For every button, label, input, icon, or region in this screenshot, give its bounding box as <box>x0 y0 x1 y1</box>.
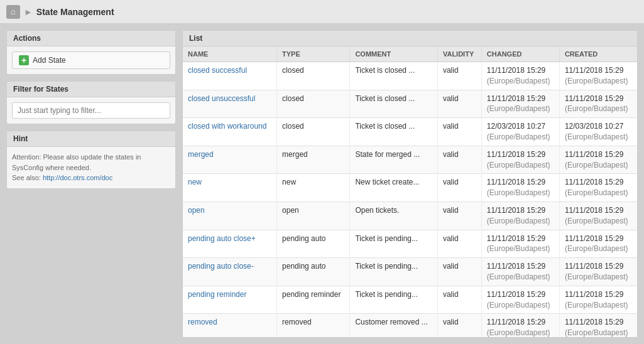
hint-body: Attention: Please also update the states… <box>7 147 175 188</box>
add-state-button[interactable]: + Add State <box>12 51 170 69</box>
row-validity: valid <box>437 314 481 337</box>
col-type: TYPE <box>277 46 350 62</box>
row-type: open <box>277 202 350 230</box>
row-changed: 11/11/2018 15:29 (Europe/Budapest) <box>481 146 559 174</box>
row-comment: Ticket is pending... <box>350 230 438 258</box>
filter-title: Filter for States <box>7 82 175 97</box>
row-comment: Ticket is pending... <box>350 286 438 314</box>
hint-section: Hint Attention: Please also update the s… <box>6 131 176 189</box>
col-created: CREATED <box>559 46 637 62</box>
row-changed: 11/11/2018 15:29 (Europe/Budapest) <box>481 202 559 230</box>
row-created: 12/03/2018 10:27 (Europe/Budapest) <box>559 118 637 146</box>
col-comment: COMMENT <box>350 46 438 62</box>
filter-input[interactable] <box>12 102 170 119</box>
row-type: pending reminder <box>277 286 350 314</box>
row-type: closed <box>277 90 350 118</box>
row-changed: 11/11/2018 15:29 (Europe/Budapest) <box>481 286 559 314</box>
states-table: NAME TYPE COMMENT VALIDITY CHANGED CREAT… <box>183 46 637 337</box>
row-type: new <box>277 174 350 202</box>
row-comment: State for merged ... <box>350 146 438 174</box>
row-comment: Ticket is closed ... <box>350 90 438 118</box>
row-comment: Ticket is closed ... <box>350 62 438 90</box>
actions-body: + Add State <box>7 46 175 74</box>
row-validity: valid <box>437 174 481 202</box>
row-created: 11/11/2018 15:29 (Europe/Budapest) <box>559 62 637 90</box>
row-validity: valid <box>437 258 481 286</box>
main-content: List NAME TYPE COMMENT VALIDITY CHANGED … <box>182 30 638 338</box>
row-comment: Ticket is closed ... <box>350 118 438 146</box>
row-validity: valid <box>437 230 481 258</box>
row-name[interactable]: closed unsuccessful <box>183 90 277 118</box>
table-row: closed with workaround closed Ticket is … <box>183 118 637 146</box>
hint-see-also: See also: <box>12 174 41 181</box>
row-created: 11/11/2018 15:29 (Europe/Budapest) <box>559 202 637 230</box>
row-created: 11/11/2018 15:29 (Europe/Budapest) <box>559 90 637 118</box>
row-validity: valid <box>437 62 481 90</box>
row-name[interactable]: open <box>183 202 277 230</box>
row-name[interactable]: pending auto close+ <box>183 230 277 258</box>
row-type: merged <box>277 146 350 174</box>
row-name[interactable]: pending auto close- <box>183 258 277 286</box>
row-created: 11/11/2018 15:29 (Europe/Budapest) <box>559 258 637 286</box>
row-changed: 11/11/2018 15:29 (Europe/Budapest) <box>481 174 559 202</box>
actions-title: Actions <box>7 31 175 46</box>
hint-title: Hint <box>7 131 175 147</box>
table-row: merged merged State for merged ... valid… <box>183 146 637 174</box>
add-state-label: Add State <box>33 56 66 65</box>
topbar: ⌂ ► State Management <box>0 0 644 24</box>
page-title: State Management <box>36 7 114 17</box>
row-name[interactable]: closed with workaround <box>183 118 277 146</box>
row-comment: Open tickets. <box>350 202 438 230</box>
row-type: removed <box>277 314 350 337</box>
sidebar: Actions + Add State Filter for States Hi… <box>6 30 176 338</box>
table-row: new new New ticket create... valid 11/11… <box>183 174 637 202</box>
row-validity: valid <box>437 90 481 118</box>
row-changed: 11/11/2018 15:29 (Europe/Budapest) <box>481 314 559 337</box>
filter-section: Filter for States <box>6 81 176 124</box>
row-created: 11/11/2018 15:29 (Europe/Budapest) <box>559 286 637 314</box>
row-changed: 11/11/2018 15:29 (Europe/Budapest) <box>481 258 559 286</box>
table-row: pending auto close- pending auto Ticket … <box>183 258 637 286</box>
row-type: closed <box>277 118 350 146</box>
row-comment: New ticket create... <box>350 174 438 202</box>
table-row: closed successful closed Ticket is close… <box>183 62 637 90</box>
row-validity: valid <box>437 118 481 146</box>
table-row: removed removed Customer removed ... val… <box>183 314 637 337</box>
table-row: pending auto close+ pending auto Ticket … <box>183 230 637 258</box>
row-type: pending auto <box>277 258 350 286</box>
row-name[interactable]: closed successful <box>183 62 277 90</box>
row-changed: 11/11/2018 15:29 (Europe/Budapest) <box>481 62 559 90</box>
table-row: pending reminder pending reminder Ticket… <box>183 286 637 314</box>
row-validity: valid <box>437 286 481 314</box>
filter-body <box>7 97 175 124</box>
table-row: open open Open tickets. valid 11/11/2018… <box>183 202 637 230</box>
row-name[interactable]: pending reminder <box>183 286 277 314</box>
row-validity: valid <box>437 146 481 174</box>
hint-text: Attention: Please also update the states… <box>12 153 141 171</box>
row-created: 11/11/2018 15:29 (Europe/Budapest) <box>559 314 637 337</box>
home-icon[interactable]: ⌂ <box>6 5 20 19</box>
row-changed: 11/11/2018 15:29 (Europe/Budapest) <box>481 230 559 258</box>
row-comment: Ticket is pending... <box>350 258 438 286</box>
table-container: NAME TYPE COMMENT VALIDITY CHANGED CREAT… <box>183 46 637 337</box>
row-name[interactable]: removed <box>183 314 277 337</box>
hint-link[interactable]: http://doc.otrs.com/doc <box>43 174 112 181</box>
list-title: List <box>183 31 637 46</box>
row-changed: 12/03/2018 10:27 (Europe/Budapest) <box>481 118 559 146</box>
row-created: 11/11/2018 15:29 (Europe/Budapest) <box>559 230 637 258</box>
actions-section: Actions + Add State <box>6 30 176 75</box>
row-changed: 11/11/2018 15:29 (Europe/Budapest) <box>481 90 559 118</box>
row-comment: Customer removed ... <box>350 314 438 337</box>
row-created: 11/11/2018 15:29 (Europe/Budapest) <box>559 174 637 202</box>
row-created: 11/11/2018 15:29 (Europe/Budapest) <box>559 146 637 174</box>
col-name: NAME <box>183 46 277 62</box>
row-name[interactable]: new <box>183 174 277 202</box>
plus-icon: + <box>19 55 29 65</box>
row-type: closed <box>277 62 350 90</box>
main-layout: Actions + Add State Filter for States Hi… <box>0 24 644 344</box>
col-validity: VALIDITY <box>437 46 481 62</box>
row-validity: valid <box>437 202 481 230</box>
row-name[interactable]: merged <box>183 146 277 174</box>
table-header-row: NAME TYPE COMMENT VALIDITY CHANGED CREAT… <box>183 46 637 62</box>
table-row: closed unsuccessful closed Ticket is clo… <box>183 90 637 118</box>
